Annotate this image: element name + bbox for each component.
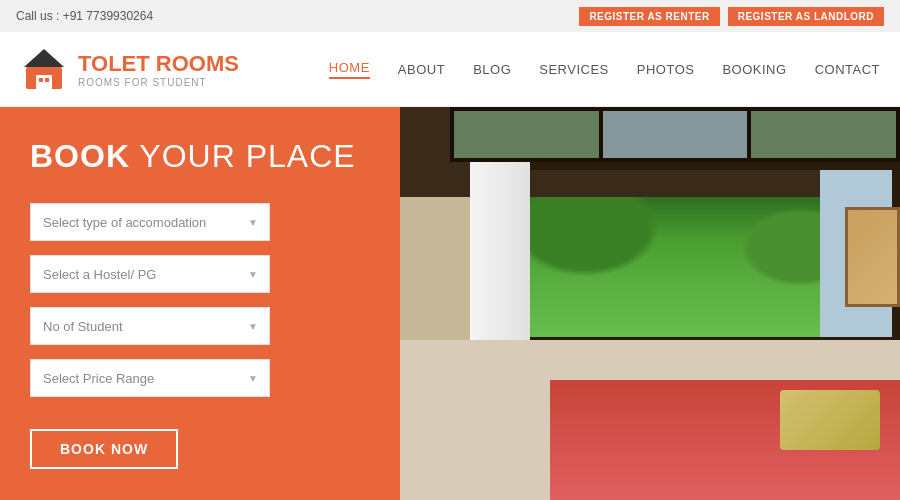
top-bar-buttons: REGISTER AS RENTER REGISTER AS LANDLORD (579, 7, 884, 26)
accommodation-select[interactable]: Select type of accomodation (30, 203, 270, 241)
header: TOLET ROOMS ROOMS FOR STUDENT HOME ABOUT… (0, 32, 900, 107)
nav-services[interactable]: SERVICES (539, 62, 609, 77)
strip-panel-2 (603, 111, 748, 158)
register-landlord-button[interactable]: REGISTER AS LANDLORD (728, 7, 884, 26)
price-group: Select Price Range (30, 359, 370, 397)
register-renter-button[interactable]: REGISTER AS RENTER (579, 7, 719, 26)
phone-number: Call us : +91 7739930264 (16, 9, 153, 23)
logo-icon (20, 45, 68, 93)
room-photo (400, 107, 900, 500)
accommodation-wrapper: Select type of accomodation (30, 203, 270, 241)
hero-title-light: YOUR PLACE (130, 138, 356, 174)
logo-subtitle: ROOMS FOR STUDENT (78, 77, 239, 88)
hostel-wrapper: Select a Hostel/ PG (30, 255, 270, 293)
bed (550, 380, 900, 500)
nav-photos[interactable]: PHOTOS (637, 62, 695, 77)
strip-panel-1 (454, 111, 599, 158)
nav-booking[interactable]: BOOKING (722, 62, 786, 77)
strip-panel-3 (751, 111, 896, 158)
hero-image (400, 107, 900, 500)
hero-title-bold: BOOK (30, 138, 130, 174)
nav-home[interactable]: HOME (329, 60, 370, 79)
nav-contact[interactable]: CONTACT (815, 62, 880, 77)
wall-painting (845, 207, 900, 307)
logo-title: TOLET ROOMS (78, 51, 239, 77)
hero-title: BOOK YOUR PLACE (30, 138, 370, 175)
top-bar: Call us : +91 7739930264 REGISTER AS REN… (0, 0, 900, 32)
svg-rect-3 (39, 78, 43, 82)
svg-marker-1 (24, 49, 64, 67)
price-wrapper: Select Price Range (30, 359, 270, 397)
svg-rect-4 (45, 78, 49, 82)
book-now-button[interactable]: BOOK NOW (30, 429, 178, 469)
logo: TOLET ROOMS ROOMS FOR STUDENT (20, 45, 239, 93)
price-select[interactable]: Select Price Range (30, 359, 270, 397)
top-window-strip (450, 107, 900, 162)
window-frame-main (520, 162, 900, 345)
hostel-group: Select a Hostel/ PG (30, 255, 370, 293)
hero-left-panel: BOOK YOUR PLACE Select type of accomodat… (0, 107, 400, 500)
bed-pillow (780, 390, 880, 450)
students-wrapper: No of Student (30, 307, 270, 345)
nav-blog[interactable]: BLOG (473, 62, 511, 77)
hostel-select[interactable]: Select a Hostel/ PG (30, 255, 270, 293)
navigation: HOME ABOUT BLOG SERVICES PHOTOS BOOKING … (329, 60, 880, 79)
svg-rect-2 (36, 75, 52, 89)
students-group: No of Student (30, 307, 370, 345)
students-select[interactable]: No of Student (30, 307, 270, 345)
accommodation-group: Select type of accomodation (30, 203, 370, 241)
nav-about[interactable]: ABOUT (398, 62, 445, 77)
logo-text: TOLET ROOMS ROOMS FOR STUDENT (78, 51, 239, 88)
hero-section: BOOK YOUR PLACE Select type of accomodat… (0, 107, 900, 500)
curtain-left (470, 162, 530, 340)
